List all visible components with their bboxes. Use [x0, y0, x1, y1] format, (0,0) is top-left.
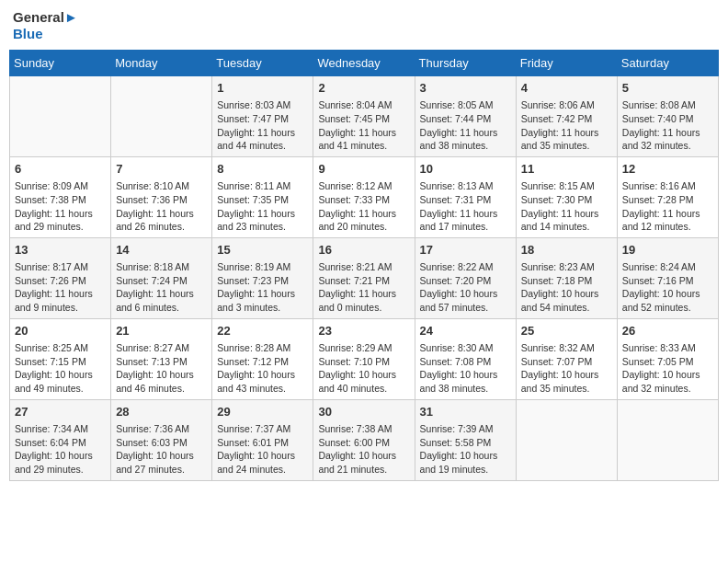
calendar-cell: 2Sunrise: 8:04 AM Sunset: 7:45 PM Daylig…	[313, 76, 415, 157]
calendar-cell: 26Sunrise: 8:33 AM Sunset: 7:05 PM Dayli…	[617, 318, 718, 399]
day-number: 30	[318, 404, 409, 420]
day-number: 31	[420, 404, 511, 420]
day-info: Sunrise: 7:38 AM Sunset: 6:00 PM Dayligh…	[318, 422, 409, 477]
week-row-4: 27Sunrise: 7:34 AM Sunset: 6:04 PM Dayli…	[10, 399, 719, 480]
weekday-header-thursday: Thursday	[415, 51, 516, 76]
calendar-cell: 1Sunrise: 8:03 AM Sunset: 7:47 PM Daylig…	[212, 76, 313, 157]
day-number: 21	[116, 323, 207, 339]
day-info: Sunrise: 8:10 AM Sunset: 7:36 PM Dayligh…	[116, 179, 207, 234]
calendar-cell: 3Sunrise: 8:05 AM Sunset: 7:44 PM Daylig…	[415, 76, 516, 157]
day-number: 9	[318, 161, 409, 178]
calendar-cell: 22Sunrise: 8:28 AM Sunset: 7:12 PM Dayli…	[212, 318, 313, 399]
calendar-cell: 5Sunrise: 8:08 AM Sunset: 7:40 PM Daylig…	[617, 76, 718, 157]
calendar-cell: 11Sunrise: 8:15 AM Sunset: 7:30 PM Dayli…	[516, 156, 617, 237]
day-info: Sunrise: 8:25 AM Sunset: 7:15 PM Dayligh…	[15, 341, 106, 396]
day-number: 20	[15, 323, 106, 339]
calendar-cell: 18Sunrise: 8:23 AM Sunset: 7:18 PM Dayli…	[516, 237, 617, 318]
day-info: Sunrise: 8:33 AM Sunset: 7:05 PM Dayligh…	[622, 341, 713, 396]
day-info: Sunrise: 8:04 AM Sunset: 7:45 PM Dayligh…	[318, 98, 409, 153]
calendar-table: SundayMondayTuesdayWednesdayThursdayFrid…	[9, 50, 719, 481]
calendar-cell	[111, 76, 212, 157]
day-info: Sunrise: 8:30 AM Sunset: 7:08 PM Dayligh…	[420, 341, 511, 396]
calendar-cell: 7Sunrise: 8:10 AM Sunset: 7:36 PM Daylig…	[111, 156, 212, 237]
weekday-header-row: SundayMondayTuesdayWednesdayThursdayFrid…	[10, 51, 719, 76]
day-info: Sunrise: 8:13 AM Sunset: 7:31 PM Dayligh…	[420, 179, 511, 234]
calendar-cell	[617, 399, 718, 480]
logo: General► Blue	[13, 9, 78, 42]
day-info: Sunrise: 8:29 AM Sunset: 7:10 PM Dayligh…	[318, 341, 409, 396]
day-info: Sunrise: 8:08 AM Sunset: 7:40 PM Dayligh…	[622, 98, 713, 153]
day-number: 7	[116, 161, 207, 178]
day-info: Sunrise: 8:17 AM Sunset: 7:26 PM Dayligh…	[15, 260, 106, 315]
day-number: 2	[318, 80, 409, 97]
calendar-cell: 27Sunrise: 7:34 AM Sunset: 6:04 PM Dayli…	[10, 399, 111, 480]
day-info: Sunrise: 8:23 AM Sunset: 7:18 PM Dayligh…	[521, 260, 612, 315]
week-row-0: 1Sunrise: 8:03 AM Sunset: 7:47 PM Daylig…	[10, 76, 719, 157]
week-row-2: 13Sunrise: 8:17 AM Sunset: 7:26 PM Dayli…	[10, 237, 719, 318]
day-number: 1	[217, 80, 308, 97]
calendar-cell: 10Sunrise: 8:13 AM Sunset: 7:31 PM Dayli…	[415, 156, 516, 237]
day-number: 12	[622, 161, 713, 178]
calendar-cell: 25Sunrise: 8:32 AM Sunset: 7:07 PM Dayli…	[516, 318, 617, 399]
calendar-cell: 23Sunrise: 8:29 AM Sunset: 7:10 PM Dayli…	[313, 318, 415, 399]
day-info: Sunrise: 7:39 AM Sunset: 5:58 PM Dayligh…	[420, 422, 511, 477]
calendar-cell: 14Sunrise: 8:18 AM Sunset: 7:24 PM Dayli…	[111, 237, 212, 318]
day-number: 27	[15, 404, 106, 420]
day-info: Sunrise: 8:22 AM Sunset: 7:20 PM Dayligh…	[420, 260, 511, 315]
weekday-header-monday: Monday	[111, 51, 212, 76]
week-row-1: 6Sunrise: 8:09 AM Sunset: 7:38 PM Daylig…	[10, 156, 719, 237]
day-info: Sunrise: 8:28 AM Sunset: 7:12 PM Dayligh…	[217, 341, 308, 396]
calendar-cell: 30Sunrise: 7:38 AM Sunset: 6:00 PM Dayli…	[313, 399, 415, 480]
calendar-cell: 16Sunrise: 8:21 AM Sunset: 7:21 PM Dayli…	[313, 237, 415, 318]
day-number: 6	[15, 161, 106, 178]
day-number: 13	[15, 242, 106, 259]
calendar-cell: 13Sunrise: 8:17 AM Sunset: 7:26 PM Dayli…	[10, 237, 111, 318]
calendar-cell: 8Sunrise: 8:11 AM Sunset: 7:35 PM Daylig…	[212, 156, 313, 237]
day-number: 18	[521, 242, 612, 259]
calendar-cell: 19Sunrise: 8:24 AM Sunset: 7:16 PM Dayli…	[617, 237, 718, 318]
calendar-cell: 28Sunrise: 7:36 AM Sunset: 6:03 PM Dayli…	[111, 399, 212, 480]
day-number: 11	[521, 161, 612, 178]
day-info: Sunrise: 7:36 AM Sunset: 6:03 PM Dayligh…	[116, 422, 207, 477]
day-number: 10	[420, 161, 511, 178]
calendar-cell	[516, 399, 617, 480]
calendar-cell: 24Sunrise: 8:30 AM Sunset: 7:08 PM Dayli…	[415, 318, 516, 399]
day-info: Sunrise: 7:37 AM Sunset: 6:01 PM Dayligh…	[217, 422, 308, 477]
weekday-header-saturday: Saturday	[617, 51, 718, 76]
weekday-header-sunday: Sunday	[10, 51, 111, 76]
calendar-cell: 20Sunrise: 8:25 AM Sunset: 7:15 PM Dayli…	[10, 318, 111, 399]
day-number: 4	[521, 80, 612, 97]
day-number: 25	[521, 323, 612, 339]
day-info: Sunrise: 8:27 AM Sunset: 7:13 PM Dayligh…	[116, 341, 207, 396]
day-info: Sunrise: 8:03 AM Sunset: 7:47 PM Dayligh…	[217, 98, 308, 153]
weekday-header-friday: Friday	[516, 51, 617, 76]
day-info: Sunrise: 8:32 AM Sunset: 7:07 PM Dayligh…	[521, 341, 612, 396]
day-number: 19	[622, 242, 713, 259]
logo-text: General► Blue	[13, 9, 78, 42]
day-info: Sunrise: 8:16 AM Sunset: 7:28 PM Dayligh…	[622, 179, 713, 234]
day-info: Sunrise: 8:06 AM Sunset: 7:42 PM Dayligh…	[521, 98, 612, 153]
day-number: 14	[116, 242, 207, 259]
calendar-cell: 29Sunrise: 7:37 AM Sunset: 6:01 PM Dayli…	[212, 399, 313, 480]
calendar-cell: 31Sunrise: 7:39 AM Sunset: 5:58 PM Dayli…	[415, 399, 516, 480]
day-number: 24	[420, 323, 511, 339]
day-number: 22	[217, 323, 308, 339]
calendar-cell: 15Sunrise: 8:19 AM Sunset: 7:23 PM Dayli…	[212, 237, 313, 318]
day-info: Sunrise: 8:12 AM Sunset: 7:33 PM Dayligh…	[318, 179, 409, 234]
day-info: Sunrise: 8:05 AM Sunset: 7:44 PM Dayligh…	[420, 98, 511, 153]
weekday-header-tuesday: Tuesday	[212, 51, 313, 76]
day-number: 5	[622, 80, 713, 97]
weekday-header-wednesday: Wednesday	[313, 51, 415, 76]
calendar-cell: 6Sunrise: 8:09 AM Sunset: 7:38 PM Daylig…	[10, 156, 111, 237]
calendar-cell: 17Sunrise: 8:22 AM Sunset: 7:20 PM Dayli…	[415, 237, 516, 318]
day-info: Sunrise: 8:18 AM Sunset: 7:24 PM Dayligh…	[116, 260, 207, 315]
day-info: Sunrise: 8:09 AM Sunset: 7:38 PM Dayligh…	[15, 179, 106, 234]
day-number: 26	[622, 323, 713, 339]
week-row-3: 20Sunrise: 8:25 AM Sunset: 7:15 PM Dayli…	[10, 318, 719, 399]
day-number: 23	[318, 323, 409, 339]
day-number: 29	[217, 404, 308, 420]
calendar-cell: 21Sunrise: 8:27 AM Sunset: 7:13 PM Dayli…	[111, 318, 212, 399]
day-info: Sunrise: 8:11 AM Sunset: 7:35 PM Dayligh…	[217, 179, 308, 234]
calendar-cell	[10, 76, 111, 157]
calendar-cell: 4Sunrise: 8:06 AM Sunset: 7:42 PM Daylig…	[516, 76, 617, 157]
